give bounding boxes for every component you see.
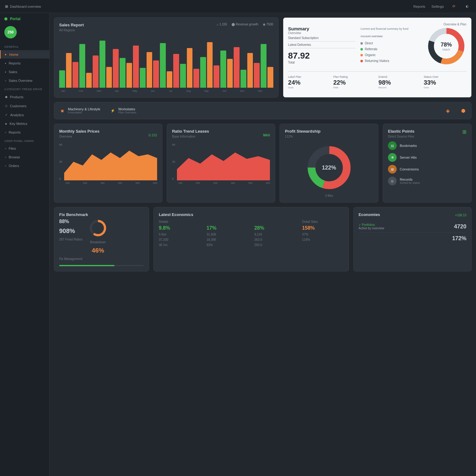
legend-2: Organic xyxy=(360,52,421,58)
sales-title: Sales Report xyxy=(59,23,84,27)
kpi-1: Plan Rating22%Rate xyxy=(333,75,376,89)
bar-x-axis: Jan Feb Mar Apr May Jun Jul Aug Sep Oct … xyxy=(59,90,273,92)
cart-icon[interactable]: ⊞ xyxy=(462,129,466,135)
stat-progress xyxy=(59,265,144,266)
side-group-0: General xyxy=(0,43,49,50)
side-group-2: Category Trend Drive xyxy=(0,85,49,92)
side-browse[interactable]: ▫ Browse xyxy=(0,153,49,161)
sidebar-avatar[interactable]: 250 xyxy=(4,26,17,38)
summary-value: 87.92 xyxy=(288,51,356,61)
summary-title: Summary xyxy=(288,26,356,31)
legend-3: Returning Visitors xyxy=(360,58,421,64)
donut2-title: Profit Stewardship xyxy=(285,129,373,134)
area2-title: Ratio Trend Leases xyxy=(172,129,209,134)
summary-list-0: Standard Subscription xyxy=(288,35,356,42)
side-group-3: User Panel Admin xyxy=(0,137,49,144)
side-sales[interactable]: ▪ Sales xyxy=(0,68,49,76)
kpi-2: Extend98%Record xyxy=(378,75,421,89)
area1-card: Monthly Sales PricesOverview0.152 86308 … xyxy=(54,124,162,203)
donut2-card: Profit Stewardship 112% 122% 3 files xyxy=(280,124,378,203)
topbar-overview[interactable]: ▦ Dashboard overview xyxy=(5,4,41,8)
shield-icon[interactable]: ⬢ xyxy=(460,108,466,114)
side-products[interactable]: ◆ Products xyxy=(0,93,49,101)
elastic-3[interactable]: ◎RecordsSorted by status xyxy=(388,177,466,185)
summary-subtitle: Overview xyxy=(288,31,356,35)
side-reports2[interactable]: ▫ Reports xyxy=(0,128,49,136)
side-home[interactable]: ▸ Home xyxy=(0,50,49,59)
legend-0: Direct xyxy=(360,40,421,46)
summary-header: Overview & Plan xyxy=(288,23,466,26)
elastic-1[interactable]: ✱Server Hits xyxy=(388,153,466,162)
summary-donut: 78%Match xyxy=(426,26,466,66)
banner-card: ▣Machinery & LifestyleForecasted ⚡Workst… xyxy=(54,102,472,119)
area1-svg xyxy=(64,143,157,180)
legend-1: Referrals xyxy=(360,46,421,52)
ek-card: Economies +108.15 ✓ PortfoliosActive by … xyxy=(353,207,472,271)
convert-icon: ▦ xyxy=(388,165,397,174)
server-icon: ✱ xyxy=(388,153,397,162)
side-overview[interactable]: ▫ Sales Overview xyxy=(0,77,49,85)
bolt-icon: ⚡ xyxy=(110,108,116,114)
sales-sub: All Regions xyxy=(59,29,84,32)
side-reports[interactable]: ▪ Reports xyxy=(0,59,49,67)
sales-meta-1: ⬤ Revenue growth xyxy=(231,23,258,26)
side-files[interactable]: ▫ Files xyxy=(0,144,49,152)
legend-title: Current and financial summary by fund xyxy=(360,26,421,32)
ek-badge: +108.15 xyxy=(455,214,466,217)
topbar-settings[interactable]: Settings xyxy=(431,5,444,8)
content: Sales Report All Regions ⌕ 1,155 ⬤ Reven… xyxy=(50,13,476,476)
sales-meta-2: ◉ 7500 xyxy=(263,23,273,26)
kpi-0: Label Plan24%Goal xyxy=(288,75,331,89)
side-metrics[interactable]: ● Key Metrics xyxy=(0,120,49,128)
tcol-2: 28% 9,126 263.9 293.0 xyxy=(254,220,296,247)
summary-value-sub: Total xyxy=(288,61,356,64)
topbar: ▦ Dashboard overview Reports Settings ⟳ … xyxy=(0,0,476,13)
table-card: Latest Economics Details 9.8% 5 ftsn 37,… xyxy=(153,207,349,271)
elastic-title: Elastic Points xyxy=(388,129,414,134)
side-orders[interactable]: ▫ Orders xyxy=(0,162,49,170)
legend-sub: Account overview: xyxy=(360,33,421,39)
kpi-3: Status Over33%Over xyxy=(424,75,466,89)
elastic-card: Elastic Points⊞ Direct Source Files ▤Boo… xyxy=(383,124,472,203)
area1-title: Monthly Sales Prices xyxy=(59,129,99,134)
brand-dot-icon xyxy=(4,17,7,20)
diamond-icon[interactable]: ◈ xyxy=(445,108,451,114)
banner-0[interactable]: ▣Machinery & LifestyleForecasted xyxy=(59,107,100,114)
summary-list-1: Latest Deliveries xyxy=(288,42,356,48)
topbar-reports[interactable]: Reports xyxy=(413,5,425,8)
tcol-1: 17% 31,508 18,398 83% xyxy=(207,220,248,247)
stat-arc xyxy=(89,219,107,237)
gear-icon: ▣ xyxy=(59,108,65,114)
bar-chart xyxy=(59,38,273,88)
tcol-0: Details 9.8% 5 ftsn 37,200 30 1m xyxy=(159,220,200,247)
side-analytics[interactable]: ✓ Analytics xyxy=(0,111,49,119)
sales-meta-0: ⌕ 1,155 xyxy=(217,23,227,26)
ek-title: Economies xyxy=(359,212,380,217)
summary-card: Overview & Plan Summary Overview Standar… xyxy=(283,17,472,98)
stat-card: Fix Benchmark 88% 908% 287 Fixed Ratios … xyxy=(54,207,149,271)
record-icon: ◎ xyxy=(388,177,397,185)
brand[interactable]: Portal xyxy=(0,17,49,21)
table-title: Latest Economics xyxy=(159,212,344,217)
area2-card: Ratio Trend LeasesBase InformationMAX 86… xyxy=(167,124,275,203)
globe-icon[interactable]: ◐ xyxy=(464,3,471,10)
elastic-2[interactable]: ▦Conversions xyxy=(388,165,466,174)
refresh-icon[interactable]: ⟳ xyxy=(450,3,457,10)
elastic-0[interactable]: ▤Bookmarks xyxy=(388,141,466,150)
ek-row-0: ✓ PortfoliosActive by overview 4720 xyxy=(359,221,466,233)
bookmark-icon: ▤ xyxy=(388,141,397,150)
banner-1[interactable]: ⚡WorkstatesPlan Overview xyxy=(110,107,136,114)
sales-chart-card: Sales Report All Regions ⌕ 1,155 ⬤ Reven… xyxy=(54,17,279,98)
sidebar: Portal 250 General ▸ Home ▪ Reports ▪ Sa… xyxy=(0,13,50,476)
side-customers[interactable]: ◇ Customers xyxy=(0,102,49,110)
ek-row-1: 172% xyxy=(359,233,466,244)
area2-svg xyxy=(177,143,270,180)
tcol-3: Detail Sites 158% 37% 119% xyxy=(302,220,344,247)
stat-title: Fix Benchmark xyxy=(59,212,144,217)
